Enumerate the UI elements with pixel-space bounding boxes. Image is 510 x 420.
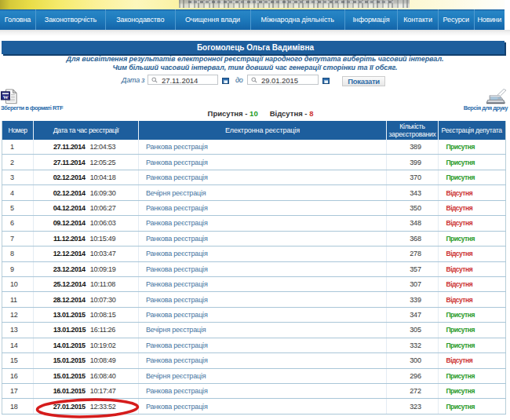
svg-text:W: W xyxy=(3,94,9,100)
